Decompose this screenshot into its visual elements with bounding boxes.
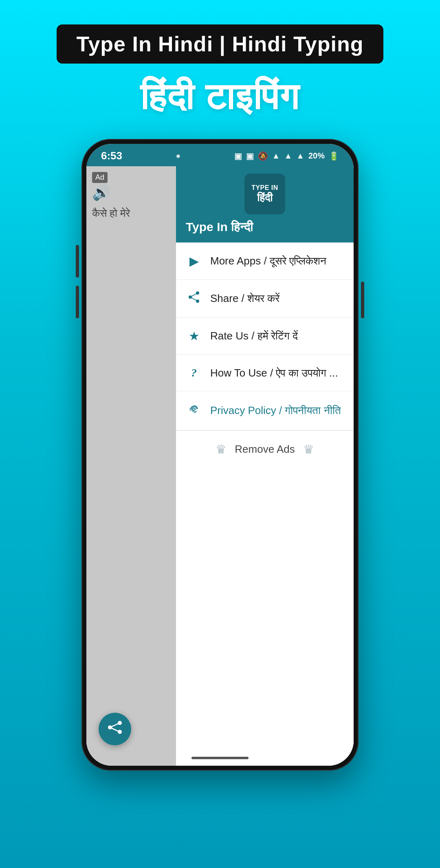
share-label: Share / शेयर करें <box>210 292 279 305</box>
wifi2-icon: ▣ <box>246 151 254 161</box>
app-title-bar: Type In Hindi | Hindi Typing <box>57 24 383 64</box>
status-dot: ● <box>176 151 180 161</box>
home-indicator <box>191 757 249 759</box>
status-time: 6:53 <box>101 150 122 162</box>
rate-us-label: Rate Us / हमें रेटिंग दें <box>210 330 298 342</box>
svg-line-10 <box>110 727 120 732</box>
menu-item-rate-us[interactable]: ★ Rate Us / हमें रेटिंग दें <box>176 317 354 355</box>
signal2-icon: ▲ <box>296 151 304 161</box>
phone-frame: 6:53 ● ▣ ▣ 🔕 ▲ ▲ ▲ 20% 🔋 Ad 🔊 कैसे हो मे… <box>81 139 359 771</box>
wifi-icon: ▲ <box>272 151 280 161</box>
share-icon <box>186 291 202 306</box>
mute-icon: 🔕 <box>258 151 268 161</box>
svg-line-3 <box>190 293 198 297</box>
logo-hindi: हिंदी <box>257 192 273 204</box>
battery-icon: 🔋 <box>329 151 339 161</box>
menu-item-how-to-use[interactable]: ? How To Use / ऐप का उपयोग ... <box>176 355 354 391</box>
ad-badge: Ad <box>92 172 108 183</box>
drawer-overlay: Ad 🔊 कैसे हो मेरे TYPE IN हिंदी Type In … <box>86 166 354 766</box>
speaker-icon: 🔊 <box>92 184 110 201</box>
wifi1-icon: ▣ <box>234 151 242 161</box>
how-to-use-label: How To Use / ऐप का उपयोग ... <box>210 367 338 379</box>
menu-item-privacy[interactable]: Privacy Policy / गोपनीयता नीति <box>176 391 354 430</box>
svg-line-4 <box>190 297 198 301</box>
hindi-subtitle: हिंदी टाइपिंग <box>140 76 299 119</box>
menu-item-more-apps[interactable]: ▶ More Apps / दूसरे एप्लिकेशन <box>176 242 354 280</box>
status-icons: ▣ ▣ 🔕 ▲ ▲ ▲ 20% 🔋 <box>234 151 339 161</box>
drawer-logo: TYPE IN हिंदी <box>244 174 285 214</box>
crown-right-icon: ♛ <box>303 442 314 456</box>
star-icon: ★ <box>186 329 202 343</box>
drawer-title: Type In हिन्दी <box>186 220 253 234</box>
menu-item-remove-ads[interactable]: ♛ Remove Ads ♛ <box>176 430 354 468</box>
phone-screen: 6:53 ● ▣ ▣ 🔕 ▲ ▲ ▲ 20% 🔋 Ad 🔊 कैसे हो मे… <box>86 144 354 766</box>
svg-line-9 <box>110 723 120 727</box>
play-icon: ▶ <box>186 254 202 268</box>
menu-item-share[interactable]: Share / शेयर करें <box>176 280 354 317</box>
drawer-menu: TYPE IN हिंदी Type In हिन्दी ▶ More Apps… <box>176 166 354 766</box>
more-apps-label: More Apps / दूसरे एप्लिकेशन <box>210 255 326 267</box>
drawer-header: TYPE IN हिंदी Type In हिन्दी <box>176 166 354 242</box>
vol-up-button <box>76 245 79 278</box>
battery-level: 20% <box>308 151 325 161</box>
power-button <box>361 282 364 318</box>
vol-down-button <box>76 286 79 318</box>
menu-items-list: ▶ More Apps / दूसरे एप्लिकेशन <box>176 242 354 766</box>
fingerprint-icon <box>186 403 202 419</box>
logo-type-in: TYPE IN <box>251 184 278 192</box>
privacy-policy-label: Privacy Policy / गोपनीयता नीति <box>210 404 341 417</box>
ad-side-text: कैसे हो मेरे <box>92 207 130 220</box>
help-icon: ? <box>186 366 202 379</box>
side-shade: Ad 🔊 कैसे हो मेरे <box>86 166 176 766</box>
signal1-icon: ▲ <box>284 151 292 161</box>
main-content: Ad 🔊 कैसे हो मेरे TYPE IN हिंदी Type In … <box>86 166 354 766</box>
share-fab-icon <box>108 721 122 737</box>
status-bar: 6:53 ● ▣ ▣ 🔕 ▲ ▲ ▲ 20% 🔋 <box>86 144 354 166</box>
svg-point-0 <box>196 291 199 295</box>
crown-left-icon: ♛ <box>216 442 227 456</box>
app-title: Type In Hindi | Hindi Typing <box>76 32 363 56</box>
remove-ads-label: Remove Ads <box>235 443 295 456</box>
share-fab[interactable] <box>99 713 131 745</box>
